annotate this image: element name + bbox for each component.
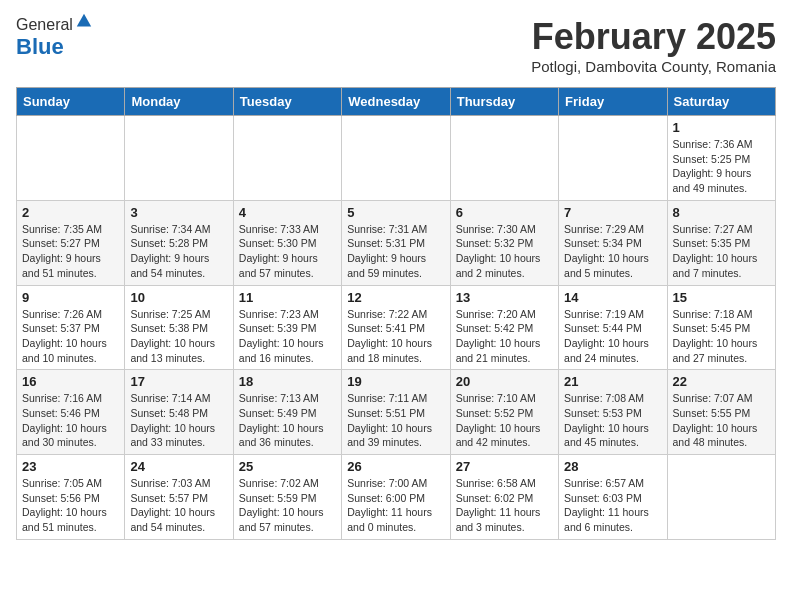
day-cell: 5Sunrise: 7:31 AM Sunset: 5:31 PM Daylig… <box>342 200 450 285</box>
weekday-header-friday: Friday <box>559 88 667 116</box>
day-cell: 20Sunrise: 7:10 AM Sunset: 5:52 PM Dayli… <box>450 370 558 455</box>
page-header: General Blue February 2025 Potlogi, Damb… <box>16 16 776 75</box>
week-row-3: 9Sunrise: 7:26 AM Sunset: 5:37 PM Daylig… <box>17 285 776 370</box>
day-info: Sunrise: 6:58 AM Sunset: 6:02 PM Dayligh… <box>456 476 553 535</box>
day-number: 16 <box>22 374 119 389</box>
weekday-header-saturday: Saturday <box>667 88 775 116</box>
logo: General Blue <box>16 16 93 60</box>
day-number: 25 <box>239 459 336 474</box>
day-info: Sunrise: 7:16 AM Sunset: 5:46 PM Dayligh… <box>22 391 119 450</box>
day-info: Sunrise: 7:20 AM Sunset: 5:42 PM Dayligh… <box>456 307 553 366</box>
day-info: Sunrise: 7:35 AM Sunset: 5:27 PM Dayligh… <box>22 222 119 281</box>
title-block: February 2025 Potlogi, Dambovita County,… <box>531 16 776 75</box>
day-info: Sunrise: 7:13 AM Sunset: 5:49 PM Dayligh… <box>239 391 336 450</box>
day-cell: 18Sunrise: 7:13 AM Sunset: 5:49 PM Dayli… <box>233 370 341 455</box>
day-cell: 26Sunrise: 7:00 AM Sunset: 6:00 PM Dayli… <box>342 455 450 540</box>
week-row-4: 16Sunrise: 7:16 AM Sunset: 5:46 PM Dayli… <box>17 370 776 455</box>
day-number: 19 <box>347 374 444 389</box>
day-cell <box>342 116 450 201</box>
day-info: Sunrise: 7:05 AM Sunset: 5:56 PM Dayligh… <box>22 476 119 535</box>
day-info: Sunrise: 7:18 AM Sunset: 5:45 PM Dayligh… <box>673 307 770 366</box>
day-number: 23 <box>22 459 119 474</box>
day-cell: 15Sunrise: 7:18 AM Sunset: 5:45 PM Dayli… <box>667 285 775 370</box>
day-cell <box>233 116 341 201</box>
day-number: 21 <box>564 374 661 389</box>
day-number: 28 <box>564 459 661 474</box>
day-info: Sunrise: 7:14 AM Sunset: 5:48 PM Dayligh… <box>130 391 227 450</box>
weekday-header-thursday: Thursday <box>450 88 558 116</box>
day-info: Sunrise: 7:36 AM Sunset: 5:25 PM Dayligh… <box>673 137 770 196</box>
day-info: Sunrise: 7:11 AM Sunset: 5:51 PM Dayligh… <box>347 391 444 450</box>
day-number: 4 <box>239 205 336 220</box>
day-info: Sunrise: 7:27 AM Sunset: 5:35 PM Dayligh… <box>673 222 770 281</box>
day-info: Sunrise: 7:19 AM Sunset: 5:44 PM Dayligh… <box>564 307 661 366</box>
day-cell <box>125 116 233 201</box>
day-info: Sunrise: 7:02 AM Sunset: 5:59 PM Dayligh… <box>239 476 336 535</box>
logo-general-text: General <box>16 16 73 34</box>
day-info: Sunrise: 7:07 AM Sunset: 5:55 PM Dayligh… <box>673 391 770 450</box>
day-number: 15 <box>673 290 770 305</box>
day-number: 12 <box>347 290 444 305</box>
day-cell: 21Sunrise: 7:08 AM Sunset: 5:53 PM Dayli… <box>559 370 667 455</box>
day-number: 10 <box>130 290 227 305</box>
day-number: 9 <box>22 290 119 305</box>
day-info: Sunrise: 7:10 AM Sunset: 5:52 PM Dayligh… <box>456 391 553 450</box>
day-cell: 2Sunrise: 7:35 AM Sunset: 5:27 PM Daylig… <box>17 200 125 285</box>
day-number: 22 <box>673 374 770 389</box>
day-cell: 19Sunrise: 7:11 AM Sunset: 5:51 PM Dayli… <box>342 370 450 455</box>
day-cell: 23Sunrise: 7:05 AM Sunset: 5:56 PM Dayli… <box>17 455 125 540</box>
day-info: Sunrise: 7:33 AM Sunset: 5:30 PM Dayligh… <box>239 222 336 281</box>
day-cell: 22Sunrise: 7:07 AM Sunset: 5:55 PM Dayli… <box>667 370 775 455</box>
day-number: 5 <box>347 205 444 220</box>
weekday-header-row: SundayMondayTuesdayWednesdayThursdayFrid… <box>17 88 776 116</box>
weekday-header-monday: Monday <box>125 88 233 116</box>
day-info: Sunrise: 7:29 AM Sunset: 5:34 PM Dayligh… <box>564 222 661 281</box>
day-cell: 3Sunrise: 7:34 AM Sunset: 5:28 PM Daylig… <box>125 200 233 285</box>
day-cell: 24Sunrise: 7:03 AM Sunset: 5:57 PM Dayli… <box>125 455 233 540</box>
day-cell <box>559 116 667 201</box>
day-number: 17 <box>130 374 227 389</box>
day-number: 27 <box>456 459 553 474</box>
day-number: 3 <box>130 205 227 220</box>
week-row-1: 1Sunrise: 7:36 AM Sunset: 5:25 PM Daylig… <box>17 116 776 201</box>
day-number: 2 <box>22 205 119 220</box>
day-cell <box>450 116 558 201</box>
day-cell: 16Sunrise: 7:16 AM Sunset: 5:46 PM Dayli… <box>17 370 125 455</box>
day-info: Sunrise: 7:34 AM Sunset: 5:28 PM Dayligh… <box>130 222 227 281</box>
month-year: February 2025 <box>531 16 776 58</box>
day-cell <box>667 455 775 540</box>
day-info: Sunrise: 7:31 AM Sunset: 5:31 PM Dayligh… <box>347 222 444 281</box>
day-info: Sunrise: 7:00 AM Sunset: 6:00 PM Dayligh… <box>347 476 444 535</box>
day-info: Sunrise: 7:03 AM Sunset: 5:57 PM Dayligh… <box>130 476 227 535</box>
day-number: 11 <box>239 290 336 305</box>
day-info: Sunrise: 7:23 AM Sunset: 5:39 PM Dayligh… <box>239 307 336 366</box>
day-cell: 25Sunrise: 7:02 AM Sunset: 5:59 PM Dayli… <box>233 455 341 540</box>
day-cell: 8Sunrise: 7:27 AM Sunset: 5:35 PM Daylig… <box>667 200 775 285</box>
day-cell: 1Sunrise: 7:36 AM Sunset: 5:25 PM Daylig… <box>667 116 775 201</box>
day-number: 18 <box>239 374 336 389</box>
week-row-5: 23Sunrise: 7:05 AM Sunset: 5:56 PM Dayli… <box>17 455 776 540</box>
day-cell: 4Sunrise: 7:33 AM Sunset: 5:30 PM Daylig… <box>233 200 341 285</box>
day-number: 6 <box>456 205 553 220</box>
day-number: 14 <box>564 290 661 305</box>
weekday-header-tuesday: Tuesday <box>233 88 341 116</box>
logo-icon <box>75 12 93 30</box>
day-number: 26 <box>347 459 444 474</box>
location: Potlogi, Dambovita County, Romania <box>531 58 776 75</box>
day-cell: 27Sunrise: 6:58 AM Sunset: 6:02 PM Dayli… <box>450 455 558 540</box>
day-cell: 9Sunrise: 7:26 AM Sunset: 5:37 PM Daylig… <box>17 285 125 370</box>
day-cell: 14Sunrise: 7:19 AM Sunset: 5:44 PM Dayli… <box>559 285 667 370</box>
day-cell: 17Sunrise: 7:14 AM Sunset: 5:48 PM Dayli… <box>125 370 233 455</box>
day-number: 24 <box>130 459 227 474</box>
day-info: Sunrise: 6:57 AM Sunset: 6:03 PM Dayligh… <box>564 476 661 535</box>
day-number: 8 <box>673 205 770 220</box>
day-cell: 6Sunrise: 7:30 AM Sunset: 5:32 PM Daylig… <box>450 200 558 285</box>
day-cell: 10Sunrise: 7:25 AM Sunset: 5:38 PM Dayli… <box>125 285 233 370</box>
day-info: Sunrise: 7:30 AM Sunset: 5:32 PM Dayligh… <box>456 222 553 281</box>
logo-blue-text: Blue <box>16 34 64 59</box>
svg-marker-0 <box>77 14 91 27</box>
weekday-header-sunday: Sunday <box>17 88 125 116</box>
weekday-header-wednesday: Wednesday <box>342 88 450 116</box>
day-number: 1 <box>673 120 770 135</box>
day-cell: 11Sunrise: 7:23 AM Sunset: 5:39 PM Dayli… <box>233 285 341 370</box>
